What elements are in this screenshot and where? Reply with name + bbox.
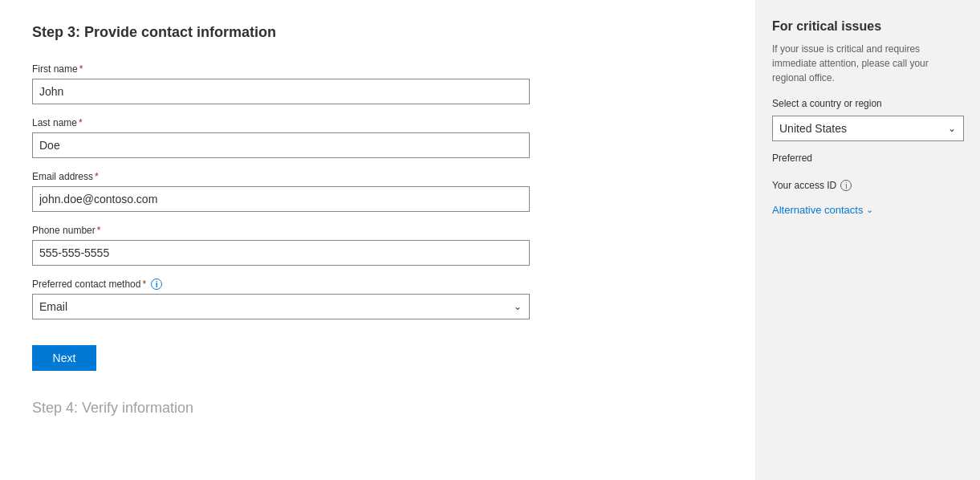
contact-method-label: Preferred contact method* bbox=[32, 279, 146, 290]
required-star: * bbox=[95, 171, 99, 182]
last-name-input[interactable] bbox=[32, 132, 530, 158]
country-region-label: Select a country or region bbox=[772, 98, 964, 109]
contact-method-group: Preferred contact method* i Email Phone … bbox=[32, 279, 706, 319]
email-label: Email address* bbox=[32, 171, 706, 182]
step4-title: Step 4: Verify information bbox=[32, 400, 706, 417]
country-select[interactable]: United States Canada United Kingdom Aust… bbox=[772, 116, 964, 141]
required-star: * bbox=[79, 117, 83, 128]
next-button[interactable]: Next bbox=[32, 345, 96, 371]
main-content: Step 3: Provide contact information Firs… bbox=[0, 0, 738, 480]
last-name-group: Last name* bbox=[32, 117, 706, 158]
country-select-wrapper: United States Canada United Kingdom Aust… bbox=[772, 116, 964, 141]
access-id-label-text: Your access ID bbox=[772, 180, 836, 191]
alt-contacts-label: Alternative contacts bbox=[772, 204, 863, 216]
preferred-label: Preferred bbox=[772, 153, 964, 164]
email-input[interactable] bbox=[32, 186, 530, 212]
contact-method-info-icon[interactable]: i bbox=[151, 279, 162, 290]
alternative-contacts-link[interactable]: Alternative contacts ⌄ bbox=[772, 204, 964, 216]
first-name-group: First name* bbox=[32, 63, 706, 104]
first-name-label: First name* bbox=[32, 63, 706, 75]
email-group: Email address* bbox=[32, 171, 706, 212]
contact-method-label-row: Preferred contact method* i bbox=[32, 279, 706, 290]
phone-group: Phone number* bbox=[32, 225, 706, 266]
required-star: * bbox=[142, 279, 146, 290]
required-star: * bbox=[79, 63, 83, 75]
phone-label: Phone number* bbox=[32, 225, 706, 236]
phone-input[interactable] bbox=[32, 240, 530, 266]
sidebar: For critical issues If your issue is cri… bbox=[755, 0, 980, 480]
last-name-label: Last name* bbox=[32, 117, 706, 128]
access-id-row: Your access ID i bbox=[772, 180, 964, 191]
access-id-info-icon[interactable]: i bbox=[840, 180, 852, 191]
contact-method-select[interactable]: Email Phone bbox=[32, 294, 530, 319]
sidebar-description: If your issue is critical and requires i… bbox=[772, 42, 964, 85]
sidebar-title: For critical issues bbox=[772, 19, 964, 34]
required-star: * bbox=[97, 225, 101, 236]
chevron-down-icon: ⌄ bbox=[866, 205, 873, 215]
first-name-input[interactable] bbox=[32, 79, 530, 104]
contact-method-select-wrapper: Email Phone ⌄ bbox=[32, 294, 530, 319]
step3-title: Step 3: Provide contact information bbox=[32, 24, 706, 41]
